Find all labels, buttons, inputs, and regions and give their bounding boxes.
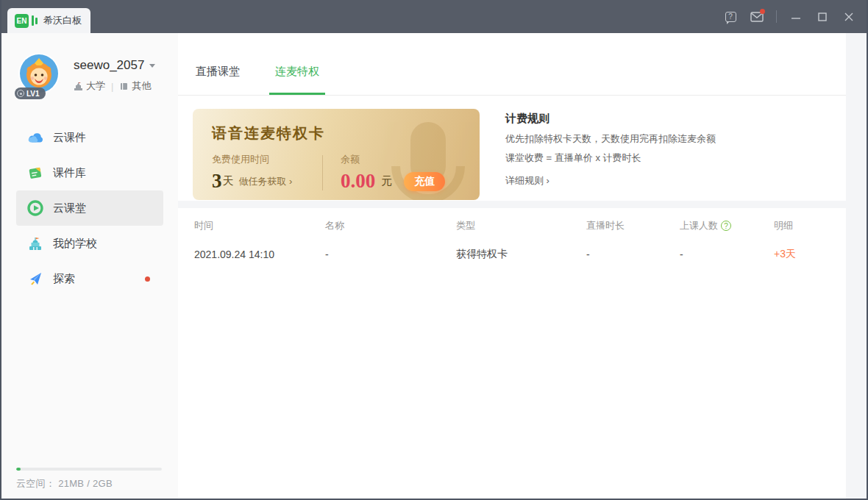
sidebar-item-label: 云课件	[53, 131, 86, 145]
cloud-storage-block: 云空间： 21MB / 2GB	[16, 468, 162, 490]
chevron-down-icon	[149, 64, 155, 68]
notification-dot	[760, 9, 765, 14]
free-time-label: 免费使用时间	[212, 153, 322, 166]
subject-book-icon	[119, 82, 129, 91]
tab-live-classroom[interactable]: 直播课堂	[194, 65, 241, 95]
header-detail: 明细	[774, 219, 846, 232]
close-icon	[844, 12, 853, 21]
tab-mic-privilege[interactable]: 连麦特权	[274, 65, 321, 95]
sidebar-item-courseware-library[interactable]: 课件库	[16, 155, 163, 190]
logo-bars-icon	[32, 14, 38, 28]
cloud-courseware-icon	[26, 129, 44, 146]
header-type: 类型	[456, 219, 586, 232]
storage-label: 云空间：	[16, 478, 55, 489]
balance-unit: 元	[381, 174, 392, 188]
earn-by-task-link[interactable]: 做任务获取 ›	[239, 175, 293, 188]
balance-label: 余额	[341, 153, 445, 166]
card-title: 语音连麦特权卡	[212, 124, 480, 143]
sidebar-item-my-school[interactable]: 我的学校	[16, 226, 163, 261]
detail-rules-link[interactable]: 详细规则 ›	[505, 174, 549, 188]
explore-notification-dot	[145, 276, 150, 282]
voice-mic-privilege-card: 语音连麦特权卡 免费使用时间 3 天 做任务获取 › 余额	[193, 109, 480, 200]
feedback-button[interactable]: ?	[717, 0, 744, 33]
free-days-value: 3	[212, 171, 222, 191]
sidebar-item-label: 课件库	[53, 166, 86, 180]
privilege-section: 语音连麦特权卡 免费使用时间 3 天 做任务获取 › 余额	[178, 96, 846, 201]
controls-divider	[776, 10, 777, 23]
username: seewo_2057	[74, 58, 144, 73]
cell-name: -	[325, 249, 456, 260]
sidebar-item-cloud-courseware[interactable]: 云课件	[16, 120, 163, 155]
meta-divider: |	[111, 81, 113, 92]
recharge-button[interactable]: 充值	[404, 172, 445, 191]
header-name: 名称	[325, 219, 456, 232]
sidebar-item-label: 我的学校	[53, 237, 97, 251]
profile-block: LV1 seewo_2057	[1, 33, 178, 99]
app-tab[interactable]: EN 希沃白板	[7, 8, 90, 33]
cell-live-duration: -	[586, 249, 680, 260]
storage-progress-track	[16, 468, 162, 471]
table-row: 2021.09.24 14:10 - 获得特权卡 - - +3天	[194, 240, 846, 268]
messages-button[interactable]	[744, 0, 770, 33]
cell-attendees: -	[680, 249, 774, 260]
easinote-logo-icon: EN	[15, 14, 29, 28]
tab-bar: 直播课堂 连麦特权	[178, 33, 846, 96]
balance-value: 0.00	[341, 171, 375, 191]
main-content: 直播课堂 连麦特权 语音连麦特权卡 免费使用时间	[178, 33, 867, 499]
cell-time: 2021.09.24 14:10	[194, 249, 325, 260]
titlebar: EN 希沃白板 ?	[1, 0, 867, 33]
close-button[interactable]	[836, 0, 862, 33]
app-title: 希沃白板	[43, 14, 82, 27]
card-divider	[322, 155, 323, 190]
my-school-icon	[26, 235, 44, 252]
sidebar-menu: 云课件 课件库	[1, 120, 178, 296]
sidebar: LV1 seewo_2057	[1, 33, 178, 499]
header-attendees: 上课人数 ?	[680, 219, 774, 232]
billing-rules: 计费规则 优先扣除特权卡天数，天数使用完再扣除连麦余额 课堂收费 = 直播单价 …	[505, 112, 716, 201]
courseware-library-icon	[26, 164, 44, 182]
attendees-help-icon[interactable]: ?	[721, 221, 731, 231]
school-building-icon	[74, 82, 83, 91]
storage-usage: 21MB / 2GB	[58, 478, 113, 489]
app-window: EN 希沃白板 ?	[0, 0, 868, 500]
level-badge: LV1	[15, 88, 46, 99]
sidebar-item-cloud-classroom[interactable]: 云课堂	[16, 190, 163, 226]
minimize-icon	[791, 12, 800, 21]
table-header-row: 时间 名称 类型 直播时长 上课人数 ? 明细	[194, 208, 846, 240]
level-label: LV1	[26, 90, 40, 98]
storage-progress-fill	[16, 468, 21, 471]
records-table: 时间 名称 类型 直播时长 上课人数 ? 明细 2021.09.24 14:10…	[178, 208, 846, 499]
header-time: 时间	[194, 219, 325, 232]
cloud-classroom-icon	[26, 199, 44, 217]
billing-rule-2: 课堂收费 = 直播单价 x 计费时长	[505, 151, 716, 164]
cell-detail: +3天	[774, 248, 846, 261]
billing-rule-1: 优先扣除特权卡天数，天数使用完再扣除连麦余额	[505, 132, 716, 145]
cell-type: 获得特权卡	[456, 248, 586, 261]
sidebar-item-label: 探索	[53, 272, 75, 286]
help-icon: ?	[725, 12, 736, 22]
level-medal-icon	[17, 90, 24, 97]
other-label: 其他	[132, 79, 151, 93]
username-dropdown[interactable]: seewo_2057	[74, 58, 155, 73]
minimize-button[interactable]	[783, 0, 809, 33]
maximize-icon	[818, 12, 827, 21]
header-live-duration: 直播时长	[586, 219, 680, 232]
explore-icon	[26, 270, 44, 288]
school-label: 大学	[86, 79, 105, 93]
window-controls: ?	[717, 0, 862, 33]
sidebar-item-label: 云课堂	[53, 201, 86, 215]
free-days-unit: 天	[223, 174, 234, 188]
storage-text: 云空间： 21MB / 2GB	[16, 477, 162, 490]
profile-info: seewo_2057 大学 |	[74, 52, 155, 99]
maximize-button[interactable]	[809, 0, 836, 33]
billing-rules-title: 计费规则	[505, 112, 716, 126]
header-attendees-label: 上课人数	[680, 219, 718, 232]
profile-meta: 大学 | 其他	[74, 79, 155, 93]
sidebar-item-explore[interactable]: 探索	[16, 261, 163, 296]
avatar-wrap[interactable]: LV1	[18, 52, 65, 99]
